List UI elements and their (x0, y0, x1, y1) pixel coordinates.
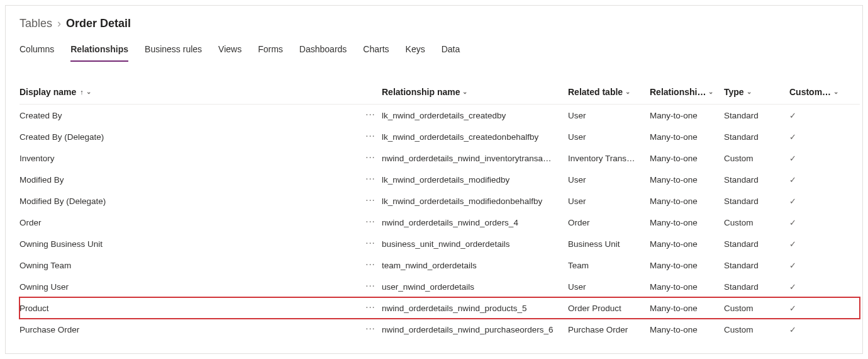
col-header-relationship-name[interactable]: Relationship name⌄ (382, 87, 568, 97)
sort-asc-icon: ↑ (80, 88, 84, 96)
more-icon[interactable]: ··· (365, 323, 376, 336)
chevron-down-icon: ⌄ (747, 88, 752, 95)
cell-customizable: ✓ (789, 239, 849, 249)
row-actions[interactable]: ··· (359, 280, 382, 293)
col-header-customizable[interactable]: Custom…⌄ (789, 87, 849, 97)
more-icon[interactable]: ··· (365, 302, 376, 314)
cell-relationship-name: nwind_orderdetails_nwind_purchaseorders_… (382, 325, 568, 334)
cell-relationship-type: Many-to-one (650, 239, 724, 249)
table-header-row: Display name ↑ ⌄ Relationship name⌄ Rela… (19, 79, 860, 105)
tab-columns[interactable]: Columns (19, 40, 54, 62)
cell-related-table: Order (568, 218, 650, 227)
tab-keys[interactable]: Keys (406, 40, 425, 62)
chevron-down-icon: ⌄ (833, 88, 838, 95)
cell-display-name: Inventory (19, 154, 359, 163)
cell-type: Custom (724, 218, 789, 227)
chevron-right-icon: › (57, 17, 61, 30)
cell-display-name: Owning User (19, 282, 359, 292)
more-icon[interactable]: ··· (365, 195, 376, 207)
row-actions[interactable]: ··· (359, 259, 382, 271)
tab-relationships[interactable]: Relationships (70, 40, 128, 62)
cell-display-name: Modified By (Delegate) (19, 197, 359, 206)
more-icon[interactable]: ··· (365, 130, 376, 143)
check-icon: ✓ (789, 197, 796, 206)
more-icon[interactable]: ··· (365, 152, 376, 164)
cell-relationship-name: user_nwind_orderdetails (382, 282, 568, 292)
table-row[interactable]: Product···nwind_orderdetails_nwind_produ… (19, 297, 860, 319)
cell-related-table: User (568, 197, 650, 206)
tabs-bar: ColumnsRelationshipsBusiness rulesViewsF… (6, 40, 862, 62)
tab-forms[interactable]: Forms (258, 40, 283, 62)
cell-customizable: ✓ (789, 132, 849, 142)
check-icon: ✓ (789, 261, 796, 270)
cell-customizable: ✓ (789, 325, 849, 334)
cell-type: Standard (724, 175, 789, 185)
more-icon[interactable]: ··· (365, 280, 376, 293)
table-row[interactable]: Owning User···user_nwind_orderdetailsUse… (19, 276, 860, 297)
table-row[interactable]: Modified By (Delegate)···lk_nwind_orderd… (19, 190, 860, 212)
cell-relationship-type: Many-to-one (650, 261, 724, 270)
breadcrumb-current: Order Detail (66, 17, 131, 30)
cell-type: Custom (724, 325, 789, 334)
cell-display-name: Modified By (19, 175, 359, 185)
row-actions[interactable]: ··· (359, 216, 382, 229)
more-icon[interactable]: ··· (365, 109, 376, 122)
cell-relationship-name: business_unit_nwind_orderdetails (382, 239, 568, 249)
cell-customizable: ✓ (789, 175, 849, 185)
table-row[interactable]: Created By (Delegate)···lk_nwind_orderde… (19, 126, 860, 147)
check-icon: ✓ (789, 239, 796, 249)
cell-type: Standard (724, 111, 789, 120)
more-icon[interactable]: ··· (365, 237, 376, 250)
more-icon[interactable]: ··· (365, 259, 376, 271)
cell-related-table: Order Product (568, 304, 650, 313)
cell-relationship-type: Many-to-one (650, 175, 724, 185)
tab-charts[interactable]: Charts (363, 40, 389, 62)
breadcrumb-parent[interactable]: Tables (19, 17, 52, 30)
row-actions[interactable]: ··· (359, 130, 382, 143)
cell-related-table: User (568, 132, 650, 142)
col-header-display-name[interactable]: Display name ↑ ⌄ (19, 87, 359, 97)
cell-display-name: Product (19, 304, 359, 313)
cell-type: Standard (724, 132, 789, 142)
table-row[interactable]: Modified By···lk_nwind_orderdetails_modi… (19, 169, 860, 190)
table-row[interactable]: Inventory···nwind_orderdetails_nwind_inv… (19, 147, 860, 169)
table-body: Created By···lk_nwind_orderdetails_creat… (19, 105, 860, 340)
cell-related-table: Inventory Trans… (568, 154, 650, 163)
cell-relationship-type: Many-to-one (650, 197, 724, 206)
cell-relationship-type: Many-to-one (650, 282, 724, 292)
tab-dashboards[interactable]: Dashboards (299, 40, 347, 62)
cell-type: Standard (724, 197, 789, 206)
row-actions[interactable]: ··· (359, 195, 382, 207)
table-row[interactable]: Owning Team···team_nwind_orderdetailsTea… (19, 254, 860, 276)
table-row[interactable]: Order···nwind_orderdetails_nwind_orders_… (19, 212, 860, 233)
col-header-related-table[interactable]: Related table⌄ (568, 87, 650, 97)
row-actions[interactable]: ··· (359, 152, 382, 164)
tab-views[interactable]: Views (218, 40, 242, 62)
check-icon: ✓ (789, 218, 796, 227)
col-header-type[interactable]: Type⌄ (724, 87, 789, 97)
cell-relationship-name: team_nwind_orderdetails (382, 261, 568, 270)
row-actions[interactable]: ··· (359, 109, 382, 122)
row-actions[interactable]: ··· (359, 173, 382, 186)
check-icon: ✓ (789, 325, 796, 334)
row-actions[interactable]: ··· (359, 237, 382, 250)
cell-type: Standard (724, 282, 789, 292)
col-header-relationship-type[interactable]: Relationshi…⌄ (650, 87, 724, 97)
check-icon: ✓ (789, 111, 796, 120)
more-icon[interactable]: ··· (365, 216, 376, 229)
row-actions[interactable]: ··· (359, 302, 382, 314)
cell-relationship-type: Many-to-one (650, 111, 724, 120)
tab-data[interactable]: Data (442, 40, 460, 62)
table-row[interactable]: Created By···lk_nwind_orderdetails_creat… (19, 105, 860, 126)
table-row[interactable]: Purchase Order···nwind_orderdetails_nwin… (19, 319, 860, 340)
row-actions[interactable]: ··· (359, 323, 382, 336)
check-icon: ✓ (789, 154, 796, 163)
cell-type: Custom (724, 154, 789, 163)
cell-relationship-name: lk_nwind_orderdetails_modifiedby (382, 175, 568, 185)
tab-business-rules[interactable]: Business rules (145, 40, 202, 62)
cell-related-table: User (568, 282, 650, 292)
cell-relationship-type: Many-to-one (650, 325, 724, 334)
more-icon[interactable]: ··· (365, 173, 376, 186)
table-row[interactable]: Owning Business Unit···business_unit_nwi… (19, 233, 860, 254)
cell-type: Standard (724, 239, 789, 249)
